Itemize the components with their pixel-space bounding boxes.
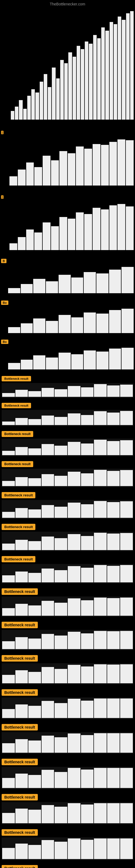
small-chart-3	[0, 346, 135, 373]
bar	[101, 145, 109, 186]
bar	[60, 60, 64, 120]
result-chart-12	[2, 732, 133, 754]
bar	[43, 222, 50, 250]
result-block-5: Bottleneck result	[0, 489, 135, 521]
bar	[97, 38, 101, 120]
bar	[77, 46, 80, 120]
bar	[81, 49, 84, 120]
label-section-2: |	[0, 191, 135, 201]
result-block-13: Bottleneck result	[0, 755, 135, 791]
result-label-9: Bottleneck result	[2, 622, 38, 628]
result-label-5: Bottleneck result	[2, 492, 35, 498]
bar	[19, 100, 22, 120]
bar	[122, 20, 125, 120]
bar	[93, 144, 100, 186]
bar	[118, 17, 121, 120]
result-label-2: Bottleneck result	[2, 403, 31, 408]
result-block-12: Bottleneck result	[0, 721, 135, 755]
bar	[126, 140, 134, 186]
bar	[109, 205, 117, 250]
mid-chart-bars-2	[9, 204, 134, 250]
bar	[130, 11, 134, 120]
bar	[126, 207, 134, 250]
tiny-label-2: |	[1, 195, 3, 199]
bar	[89, 44, 92, 120]
result-block-3: Bottleneck result	[0, 428, 135, 458]
result-label-16: Bottleneck result	[2, 865, 38, 868]
bar	[64, 63, 68, 120]
tiny-label-1: |	[1, 131, 3, 134]
bar	[34, 167, 42, 186]
main-chart-bars	[11, 11, 134, 120]
bar	[44, 74, 47, 120]
result-label-14: Bottleneck result	[2, 794, 38, 801]
result-label-1: Bottleneck result	[2, 376, 31, 381]
bar	[26, 162, 34, 186]
label-bo: Bo	[1, 301, 8, 305]
bar	[68, 52, 72, 120]
label-section-bot: Bo	[0, 336, 135, 346]
main-chart-area	[0, 7, 135, 126]
bar	[51, 160, 59, 186]
result-chart-2	[2, 410, 133, 426]
site-title-bar: TheBottlenecker.com	[0, 0, 135, 7]
bar	[34, 232, 42, 250]
mid-chart-2	[0, 201, 135, 255]
result-label-13: Bottleneck result	[2, 759, 38, 765]
result-label-7: Bottleneck result	[2, 556, 35, 562]
result-block-8: Bottleneck result	[0, 585, 135, 618]
bar	[43, 156, 50, 186]
result-block-2: Bottleneck result	[0, 400, 135, 428]
site-title: TheBottlenecker.com	[50, 2, 85, 6]
bar	[101, 209, 109, 250]
result-chart-1	[2, 383, 133, 398]
bar	[84, 149, 92, 186]
bar	[27, 96, 31, 120]
bar	[101, 27, 105, 120]
result-chart-10	[2, 663, 133, 684]
bar	[35, 93, 39, 120]
bar	[59, 217, 67, 250]
bar	[40, 82, 43, 120]
result-chart-13	[2, 767, 133, 789]
bar	[105, 31, 109, 120]
result-block-10: Bottleneck result	[0, 652, 135, 686]
result-chart-9	[2, 630, 133, 650]
bar	[26, 229, 34, 250]
small-chart-2	[0, 307, 135, 336]
result-chart-4	[2, 469, 133, 487]
mid-chart-bars	[9, 140, 134, 186]
bar	[93, 35, 97, 120]
bar	[109, 22, 113, 120]
mid-chart-1	[0, 137, 135, 191]
bar	[52, 67, 55, 120]
result-label-12: Bottleneck result	[2, 724, 38, 731]
small-chart-1	[0, 265, 135, 297]
bar	[31, 89, 35, 120]
bar	[59, 151, 67, 186]
result-block-6: Bottleneck result	[0, 521, 135, 553]
label-section-bo: Bo	[0, 297, 135, 307]
result-block-7: Bottleneck result	[0, 553, 135, 585]
result-label-4: Bottleneck result	[2, 461, 33, 467]
bar	[109, 142, 117, 186]
bar	[85, 41, 88, 120]
label-section-b: B	[0, 255, 135, 265]
bar	[84, 214, 92, 250]
result-chart-11	[2, 698, 133, 719]
bar	[48, 87, 51, 120]
result-block-1: Bottleneck result	[0, 373, 135, 400]
label-bot: Bo	[1, 340, 8, 344]
bar	[68, 219, 76, 250]
result-label-10: Bottleneck result	[2, 655, 38, 661]
bar	[126, 13, 130, 120]
bar	[114, 24, 117, 120]
label-b: B	[1, 259, 6, 263]
bar	[76, 212, 84, 250]
result-chart-3	[2, 439, 133, 456]
result-block-11: Bottleneck result	[0, 686, 135, 721]
result-block-15: Bottleneck result	[0, 826, 135, 862]
bar	[118, 140, 125, 186]
bar	[9, 176, 17, 186]
bar	[11, 111, 14, 120]
